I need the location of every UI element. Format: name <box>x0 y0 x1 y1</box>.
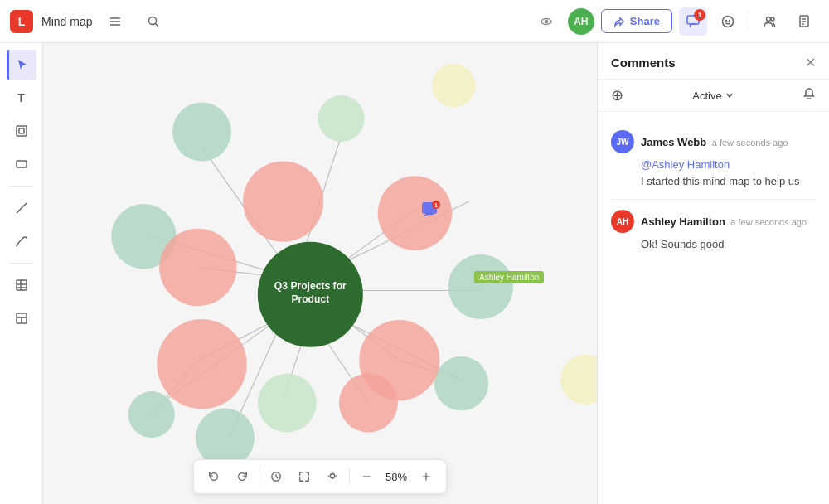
svg-point-51 <box>432 64 475 107</box>
svg-point-57 <box>157 319 246 409</box>
pages-button[interactable] <box>791 7 819 36</box>
history-button[interactable] <box>263 463 289 490</box>
svg-point-45 <box>318 95 365 142</box>
comment-mention-1: @Ashley Hamilton <box>641 158 730 171</box>
rect-tool[interactable] <box>7 149 36 179</box>
comment-text-2: Ok! Sounds good <box>641 238 724 250</box>
svg-text:Q3 Projects for: Q3 Projects for <box>274 280 347 292</box>
svg-text:Product: Product <box>291 294 329 306</box>
comments-close-button[interactable]: ✕ <box>805 55 816 70</box>
menu-button[interactable] <box>100 7 130 36</box>
svg-point-3 <box>149 17 157 24</box>
svg-point-44 <box>172 103 231 162</box>
comments-panel: Comments ✕ ⊕ Active JW <box>597 43 829 504</box>
svg-point-59 <box>339 374 398 433</box>
comment-time-1: a few seconds ago <box>712 138 788 148</box>
zoom-in-button[interactable] <box>413 463 439 490</box>
comment-body-1: @Ashley Hamilton I started this mind map… <box>641 157 816 189</box>
toolbar-right: AH Share 1 <box>531 7 819 36</box>
svg-point-6 <box>545 20 547 22</box>
svg-point-50 <box>128 391 175 438</box>
select-tool[interactable] <box>7 50 36 80</box>
svg-point-67 <box>330 474 334 478</box>
location-button[interactable] <box>319 463 346 490</box>
app-logo: L <box>10 10 33 33</box>
svg-rect-18 <box>19 128 24 133</box>
comment-author-2: Ashley Hamilton <box>641 216 725 228</box>
top-toolbar: L Mind map AH Share 1 <box>0 0 829 43</box>
left-sidebar: T <box>0 43 43 504</box>
comment-author-row-2: AH Ashley Hamilton a few seconds ago <box>611 210 816 233</box>
svg-rect-17 <box>17 126 27 136</box>
svg-point-11 <box>767 17 771 21</box>
frame-tool[interactable] <box>7 116 36 146</box>
users-button[interactable] <box>756 7 784 36</box>
emoji-button[interactable] <box>714 7 742 36</box>
canvas-comment-icon[interactable]: 1 <box>420 201 440 225</box>
share-label: Share <box>630 15 660 27</box>
undo-button[interactable] <box>201 463 227 490</box>
svg-rect-19 <box>17 161 27 167</box>
comment-time-2: a few seconds ago <box>730 217 807 227</box>
comment-author-row: JW James Webb a few seconds ago <box>611 130 816 153</box>
zoom-out-button[interactable] <box>353 463 380 490</box>
table-tool[interactable] <box>7 270 36 300</box>
svg-point-52 <box>560 355 597 405</box>
comment-badge: 1 <box>694 9 705 21</box>
svg-point-8 <box>723 16 734 27</box>
canvas[interactable]: Q3 Projects for Product 1 Ashley Hamilto… <box>43 43 597 504</box>
comments-title: Comments <box>611 56 676 70</box>
comment-body-2: Ok! Sounds good <box>641 236 816 253</box>
fit-screen-button[interactable] <box>291 463 318 490</box>
svg-text:1: 1 <box>434 202 438 208</box>
search-button[interactable] <box>138 7 168 36</box>
bottom-bar: 58% <box>193 459 447 494</box>
layout-tool[interactable] <box>7 303 36 333</box>
add-comment-button[interactable]: ⊕ <box>611 86 623 104</box>
comment-avatar-ah: AH <box>611 210 634 233</box>
comment-text-1: I started this mind map to help us <box>641 175 799 187</box>
svg-line-4 <box>156 23 159 27</box>
main-area: T <box>0 43 829 504</box>
comment-avatar-jw: JW <box>611 130 634 153</box>
notifications-button[interactable] <box>802 87 816 104</box>
comment-author-1: James Webb <box>641 136 706 148</box>
redo-button[interactable] <box>229 463 255 490</box>
text-tool[interactable]: T <box>7 83 36 113</box>
line-tool[interactable] <box>7 193 36 223</box>
svg-point-53 <box>243 162 323 242</box>
svg-point-54 <box>159 229 236 306</box>
eye-icon[interactable] <box>531 7 561 36</box>
comments-toggle-button[interactable]: 1 <box>679 7 707 36</box>
share-button[interactable]: Share <box>601 9 672 33</box>
comments-list: JW James Webb a few seconds ago @Ashley … <box>598 112 829 504</box>
svg-point-12 <box>771 17 774 21</box>
comments-filter-button[interactable]: Active <box>692 90 733 102</box>
svg-point-10 <box>730 20 730 21</box>
svg-rect-21 <box>17 280 27 290</box>
svg-point-49 <box>196 409 255 468</box>
filter-label: Active <box>692 90 721 102</box>
app-title: Mind map <box>41 15 92 28</box>
svg-point-9 <box>726 20 727 21</box>
pencil-tool[interactable] <box>7 226 36 256</box>
svg-line-20 <box>17 203 27 213</box>
svg-point-48 <box>434 356 488 410</box>
comment-item: JW James Webb a few seconds ago @Ashley … <box>598 122 829 197</box>
comments-header: Comments ✕ <box>598 43 829 80</box>
comments-toolbar: ⊕ Active <box>598 80 829 112</box>
zoom-level: 58% <box>381 471 411 483</box>
svg-point-47 <box>448 254 513 319</box>
user-avatar[interactable]: AH <box>568 8 594 35</box>
svg-point-58 <box>258 374 317 433</box>
mindmap-svg: Q3 Projects for Product <box>43 43 597 504</box>
svg-point-55 <box>378 176 453 250</box>
comment-item-2: AH Ashley Hamilton a few seconds ago Ok!… <box>598 201 829 261</box>
